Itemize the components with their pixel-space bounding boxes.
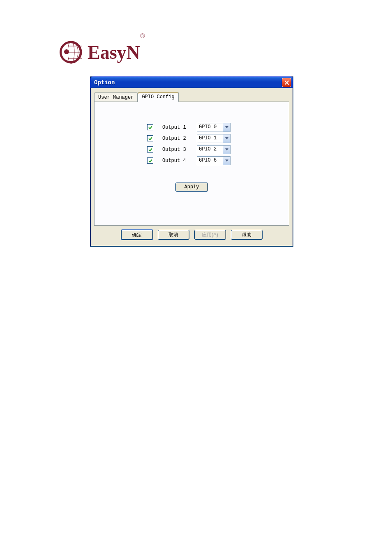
gpio-label-1: Output 1 bbox=[162, 125, 188, 130]
gpio-select-4[interactable]: GPIO 6 bbox=[197, 156, 231, 165]
tab-strip: User Manager GPIO Config bbox=[94, 92, 289, 102]
chevron-down-icon bbox=[223, 157, 230, 165]
gpio-select-3[interactable]: GPIO 2 bbox=[197, 145, 231, 154]
brand-logo-text: EasyN® bbox=[88, 42, 145, 63]
gpio-rows: Output 1 GPIO 0 Output 2 GPIO 1 bbox=[147, 122, 281, 166]
globe-icon bbox=[68, 40, 83, 64]
close-button[interactable] bbox=[282, 78, 291, 87]
gpio-select-1-value: GPIO 0 bbox=[197, 123, 223, 132]
gpio-select-4-value: GPIO 6 bbox=[197, 157, 223, 165]
window-title: Option bbox=[94, 79, 115, 86]
tab-gpio-config[interactable]: GPIO Config bbox=[138, 92, 178, 102]
page-root: EasyN® Option User Manager GPIO Config bbox=[0, 0, 392, 555]
check-icon bbox=[148, 159, 152, 163]
gpio-checkbox-4[interactable] bbox=[147, 157, 153, 164]
title-bar[interactable]: Option bbox=[90, 76, 293, 88]
gpio-apply-button[interactable]: Apply bbox=[175, 183, 208, 192]
gpio-select-2[interactable]: GPIO 1 bbox=[197, 134, 231, 143]
gpio-select-2-value: GPIO 1 bbox=[197, 134, 223, 143]
ok-button[interactable]: 确定 bbox=[121, 230, 153, 240]
gpio-row-3: Output 3 GPIO 2 bbox=[147, 144, 281, 155]
gpio-checkbox-1[interactable] bbox=[147, 124, 153, 130]
check-icon bbox=[148, 125, 152, 130]
client-area: User Manager GPIO Config Output 1 GPIO 0 bbox=[90, 88, 293, 246]
gpio-checkbox-2[interactable] bbox=[147, 135, 153, 141]
gpio-checkbox-3[interactable] bbox=[147, 146, 153, 153]
tab-user-manager[interactable]: User Manager bbox=[94, 92, 138, 102]
gpio-row-2: Output 2 GPIO 1 bbox=[147, 133, 281, 144]
check-icon bbox=[148, 148, 152, 152]
check-icon bbox=[148, 136, 152, 141]
gpio-row-4: Output 4 GPIO 6 bbox=[147, 155, 281, 166]
option-dialog: Option User Manager GPIO Config Ou bbox=[90, 76, 293, 247]
help-button[interactable]: 帮助 bbox=[231, 230, 263, 240]
close-icon bbox=[284, 80, 289, 85]
dialog-button-row: 确定 取消 应用(A) 帮助 bbox=[94, 226, 289, 240]
brand-logo-mark bbox=[60, 41, 82, 63]
chevron-down-icon bbox=[223, 134, 230, 143]
cancel-button[interactable]: 取消 bbox=[158, 230, 189, 240]
apply-button: 应用(A) bbox=[194, 230, 226, 240]
chevron-down-icon bbox=[223, 146, 230, 154]
gpio-config-panel: Output 1 GPIO 0 Output 2 GPIO 1 bbox=[94, 102, 289, 226]
gpio-label-2: Output 2 bbox=[162, 136, 188, 141]
chevron-down-icon bbox=[223, 123, 230, 132]
gpio-label-3: Output 3 bbox=[162, 147, 188, 153]
gpio-select-3-value: GPIO 2 bbox=[197, 146, 223, 154]
gpio-select-1[interactable]: GPIO 0 bbox=[197, 123, 231, 132]
brand-logo: EasyN® bbox=[60, 41, 145, 63]
gpio-label-4: Output 4 bbox=[162, 158, 188, 164]
gpio-row-1: Output 1 GPIO 0 bbox=[147, 122, 281, 133]
